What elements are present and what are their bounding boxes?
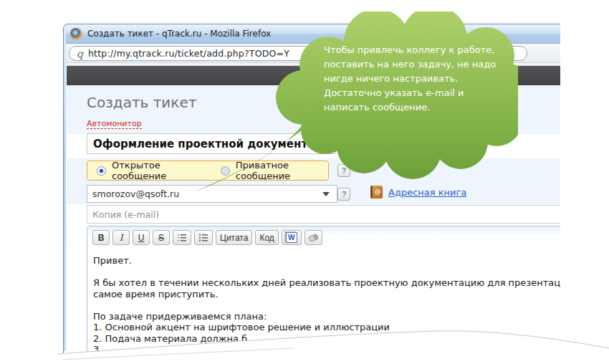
code-button[interactable]: Код <box>255 230 278 245</box>
tooltip-line: Достаточно указать e-mail и <box>324 86 507 100</box>
message-line: Привет. <box>93 255 560 267</box>
bullet-list-button[interactable] <box>194 230 213 245</box>
address-book-link[interactable]: Адресная книга <box>388 187 466 198</box>
eraser-icon <box>308 233 319 241</box>
recipient-value: smorozov@qsoft.ru <box>92 188 322 199</box>
underline-button[interactable]: U <box>133 230 150 245</box>
screenshot-canvas: Создать тикет - qTrack.ru - Mozilla Fire… <box>0 0 609 364</box>
tooltip-line: написать сообщение. <box>324 100 507 115</box>
message-editor[interactable]: B I U S <box>87 226 560 355</box>
message-textarea[interactable]: Привет. Я бы хотел в течении нескольких … <box>93 255 560 355</box>
tooltip-line: Чтобы привлечь коллегу к работе, <box>324 43 507 57</box>
firefox-icon <box>70 28 82 39</box>
window-left-glass-edge <box>63 29 66 351</box>
page-content: Создать тикет Автомонитор Открытое сообщ… <box>67 85 560 355</box>
dropdown-arrow-icon <box>322 192 330 196</box>
visibility-help-button[interactable]: ? <box>337 164 350 177</box>
message-line: 2. Подача материала должна б <box>93 333 560 345</box>
message-line: 1. Основной акцент на шрифтовое решение … <box>93 322 560 333</box>
editor-toolbar: B I U S <box>87 226 560 249</box>
message-line: Я бы хотел в течении нескольких дней реа… <box>93 277 560 289</box>
window-titlebar[interactable]: Создать тикет - qTrack.ru - Mozilla Fire… <box>64 24 560 44</box>
paste-from-word-button[interactable]: W <box>282 230 302 245</box>
private-message-label: Приватное сообщение <box>236 160 328 181</box>
message-visibility-group: Открытое сообщение Приватное сообщение <box>87 161 329 181</box>
open-message-radio[interactable] <box>97 166 106 176</box>
private-message-radio[interactable] <box>221 166 230 176</box>
word-paste-icon: W <box>286 232 297 243</box>
recipient-dropdown[interactable]: smorozov@qsoft.ru <box>87 185 337 203</box>
open-message-label: Открытое сообщение <box>112 160 201 181</box>
bold-button[interactable]: B <box>92 230 110 245</box>
message-line <box>93 267 560 278</box>
strikethrough-button[interactable]: S <box>153 230 170 245</box>
ordered-list-icon <box>177 234 187 242</box>
bullet-list-icon <box>198 234 208 242</box>
site-favicon-icon: q <box>77 49 83 59</box>
ticket-title-input[interactable] <box>87 133 336 154</box>
message-line: самое время приступить. <box>93 289 560 300</box>
page-title: Создать тикет <box>87 94 196 111</box>
clear-formatting-button[interactable] <box>304 230 322 245</box>
copy-email-input[interactable] <box>87 205 560 224</box>
message-line: По задаче придерживаемся плана: <box>93 311 560 322</box>
ordered-list-button[interactable] <box>173 230 191 245</box>
address-book-icon: @ <box>370 186 383 198</box>
tooltip-line: нигде ничего настраивать. <box>324 72 507 86</box>
message-line: 3. <box>93 344 560 355</box>
url-text: http://my.qtrack.ru/ticket/add.php?TODO=… <box>88 48 289 59</box>
window-title: Создать тикет - qTrack.ru - Mozilla Fire… <box>87 29 271 39</box>
italic-button[interactable]: I <box>112 230 130 245</box>
cloud-tooltip-text: Чтобы привлечь коллегу к работе, постави… <box>324 43 507 115</box>
automonitor-link[interactable]: Автомонитор <box>87 119 142 129</box>
tooltip-line: поставить на него задачу, не надо <box>324 57 507 72</box>
quote-button[interactable]: Цитата <box>216 230 252 245</box>
message-line <box>93 300 560 311</box>
recipient-help-button[interactable]: ? <box>337 188 350 201</box>
